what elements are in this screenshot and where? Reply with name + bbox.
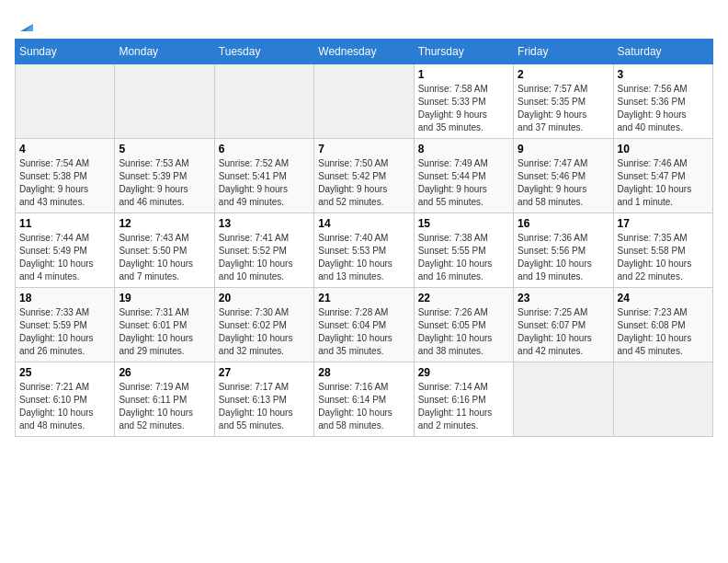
header-saturday: Saturday	[613, 40, 712, 64]
day-info: Sunrise: 7:16 AM Sunset: 6:14 PM Dayligh…	[318, 381, 409, 432]
calendar-week-row: 4Sunrise: 7:54 AM Sunset: 5:38 PM Daylig…	[16, 139, 713, 213]
calendar-cell: 13Sunrise: 7:41 AM Sunset: 5:52 PM Dayli…	[214, 213, 313, 288]
day-info: Sunrise: 7:14 AM Sunset: 6:16 PM Dayligh…	[418, 381, 509, 432]
calendar-cell: 11Sunrise: 7:44 AM Sunset: 5:49 PM Dayli…	[16, 213, 115, 288]
day-number: 21	[318, 292, 409, 304]
day-number: 11	[19, 217, 110, 230]
day-info: Sunrise: 7:31 AM Sunset: 6:01 PM Dayligh…	[119, 306, 210, 358]
day-number: 23	[518, 292, 609, 304]
day-info: Sunrise: 7:54 AM Sunset: 5:38 PM Dayligh…	[19, 157, 110, 209]
day-number: 24	[618, 292, 709, 304]
day-number: 3	[618, 68, 709, 81]
day-info: Sunrise: 7:58 AM Sunset: 5:33 PM Dayligh…	[418, 83, 509, 134]
calendar-cell: 5Sunrise: 7:53 AM Sunset: 5:39 PM Daylig…	[115, 139, 214, 213]
calendar-week-row: 11Sunrise: 7:44 AM Sunset: 5:49 PM Dayli…	[16, 213, 713, 288]
day-number: 7	[318, 143, 409, 155]
day-number: 22	[418, 292, 509, 304]
calendar-cell	[115, 64, 214, 139]
calendar-cell: 2Sunrise: 7:57 AM Sunset: 5:35 PM Daylig…	[514, 64, 613, 139]
day-info: Sunrise: 7:53 AM Sunset: 5:39 PM Dayligh…	[119, 157, 210, 209]
day-number: 28	[318, 366, 409, 379]
day-info: Sunrise: 7:21 AM Sunset: 6:10 PM Dayligh…	[19, 381, 110, 432]
page-header	[15, 15, 713, 31]
day-info: Sunrise: 7:28 AM Sunset: 6:04 PM Dayligh…	[318, 306, 409, 358]
day-info: Sunrise: 7:47 AM Sunset: 5:46 PM Dayligh…	[518, 157, 609, 209]
day-number: 10	[618, 143, 709, 155]
calendar-cell: 19Sunrise: 7:31 AM Sunset: 6:01 PM Dayli…	[115, 288, 214, 362]
day-info: Sunrise: 7:35 AM Sunset: 5:58 PM Dayligh…	[618, 232, 709, 283]
calendar-header-row: SundayMondayTuesdayWednesdayThursdayFrid…	[16, 40, 713, 64]
day-info: Sunrise: 7:25 AM Sunset: 6:07 PM Dayligh…	[518, 306, 609, 358]
calendar-cell: 14Sunrise: 7:40 AM Sunset: 5:53 PM Dayli…	[314, 213, 414, 288]
calendar-cell: 4Sunrise: 7:54 AM Sunset: 5:38 PM Daylig…	[16, 139, 115, 213]
day-info: Sunrise: 7:43 AM Sunset: 5:50 PM Dayligh…	[119, 232, 210, 283]
day-info: Sunrise: 7:46 AM Sunset: 5:47 PM Dayligh…	[618, 157, 709, 209]
calendar-cell: 7Sunrise: 7:50 AM Sunset: 5:42 PM Daylig…	[314, 139, 414, 213]
day-number: 16	[518, 217, 609, 230]
day-number: 2	[518, 68, 609, 81]
day-number: 27	[219, 366, 310, 379]
header-thursday: Thursday	[414, 40, 513, 64]
day-number: 1	[418, 68, 509, 81]
calendar-cell: 18Sunrise: 7:33 AM Sunset: 5:59 PM Dayli…	[16, 288, 115, 362]
calendar-cell: 27Sunrise: 7:17 AM Sunset: 6:13 PM Dayli…	[214, 362, 313, 437]
day-number: 29	[418, 366, 509, 379]
logo-icon	[17, 15, 37, 35]
day-info: Sunrise: 7:30 AM Sunset: 6:02 PM Dayligh…	[219, 306, 310, 358]
calendar-week-row: 1Sunrise: 7:58 AM Sunset: 5:33 PM Daylig…	[16, 64, 713, 139]
day-number: 13	[219, 217, 310, 230]
calendar-cell	[214, 64, 313, 139]
calendar-cell: 10Sunrise: 7:46 AM Sunset: 5:47 PM Dayli…	[613, 139, 712, 213]
calendar-cell: 6Sunrise: 7:52 AM Sunset: 5:41 PM Daylig…	[214, 139, 313, 213]
day-info: Sunrise: 7:17 AM Sunset: 6:13 PM Dayligh…	[219, 381, 310, 432]
header-tuesday: Tuesday	[214, 40, 313, 64]
calendar-cell: 12Sunrise: 7:43 AM Sunset: 5:50 PM Dayli…	[115, 213, 214, 288]
day-info: Sunrise: 7:26 AM Sunset: 6:05 PM Dayligh…	[418, 306, 509, 358]
calendar-cell: 29Sunrise: 7:14 AM Sunset: 6:16 PM Dayli…	[414, 362, 513, 437]
day-info: Sunrise: 7:56 AM Sunset: 5:36 PM Dayligh…	[618, 83, 709, 134]
day-info: Sunrise: 7:52 AM Sunset: 5:41 PM Dayligh…	[219, 157, 310, 209]
calendar-cell: 28Sunrise: 7:16 AM Sunset: 6:14 PM Dayli…	[314, 362, 414, 437]
header-monday: Monday	[115, 40, 214, 64]
calendar-cell: 25Sunrise: 7:21 AM Sunset: 6:10 PM Dayli…	[16, 362, 115, 437]
day-number: 18	[19, 292, 110, 304]
calendar-cell	[613, 362, 712, 437]
day-info: Sunrise: 7:36 AM Sunset: 5:56 PM Dayligh…	[518, 232, 609, 283]
calendar-table: SundayMondayTuesdayWednesdayThursdayFrid…	[15, 39, 713, 437]
day-number: 8	[418, 143, 509, 155]
calendar-cell	[314, 64, 414, 139]
day-info: Sunrise: 7:38 AM Sunset: 5:55 PM Dayligh…	[418, 232, 509, 283]
header-sunday: Sunday	[16, 40, 115, 64]
calendar-cell: 15Sunrise: 7:38 AM Sunset: 5:55 PM Dayli…	[414, 213, 513, 288]
header-friday: Friday	[514, 40, 613, 64]
calendar-cell: 20Sunrise: 7:30 AM Sunset: 6:02 PM Dayli…	[214, 288, 313, 362]
day-number: 15	[418, 217, 509, 230]
day-info: Sunrise: 7:44 AM Sunset: 5:49 PM Dayligh…	[19, 232, 110, 283]
day-number: 9	[518, 143, 609, 155]
calendar-cell: 9Sunrise: 7:47 AM Sunset: 5:46 PM Daylig…	[514, 139, 613, 213]
day-info: Sunrise: 7:40 AM Sunset: 5:53 PM Dayligh…	[318, 232, 409, 283]
day-number: 5	[119, 143, 210, 155]
calendar-week-row: 25Sunrise: 7:21 AM Sunset: 6:10 PM Dayli…	[16, 362, 713, 437]
logo	[15, 15, 37, 31]
calendar-cell: 24Sunrise: 7:23 AM Sunset: 6:08 PM Dayli…	[613, 288, 712, 362]
day-number: 26	[119, 366, 210, 379]
day-info: Sunrise: 7:33 AM Sunset: 5:59 PM Dayligh…	[19, 306, 110, 358]
day-number: 4	[19, 143, 110, 155]
day-number: 17	[618, 217, 709, 230]
day-info: Sunrise: 7:49 AM Sunset: 5:44 PM Dayligh…	[418, 157, 509, 209]
calendar-cell: 3Sunrise: 7:56 AM Sunset: 5:36 PM Daylig…	[613, 64, 712, 139]
day-info: Sunrise: 7:23 AM Sunset: 6:08 PM Dayligh…	[618, 306, 709, 358]
calendar-cell: 1Sunrise: 7:58 AM Sunset: 5:33 PM Daylig…	[414, 64, 513, 139]
day-number: 25	[19, 366, 110, 379]
calendar-cell: 26Sunrise: 7:19 AM Sunset: 6:11 PM Dayli…	[115, 362, 214, 437]
day-number: 12	[119, 217, 210, 230]
day-number: 20	[219, 292, 310, 304]
calendar-cell: 8Sunrise: 7:49 AM Sunset: 5:44 PM Daylig…	[414, 139, 513, 213]
day-number: 14	[318, 217, 409, 230]
day-info: Sunrise: 7:19 AM Sunset: 6:11 PM Dayligh…	[119, 381, 210, 432]
calendar-cell: 16Sunrise: 7:36 AM Sunset: 5:56 PM Dayli…	[514, 213, 613, 288]
calendar-week-row: 18Sunrise: 7:33 AM Sunset: 5:59 PM Dayli…	[16, 288, 713, 362]
calendar-cell: 17Sunrise: 7:35 AM Sunset: 5:58 PM Dayli…	[613, 213, 712, 288]
day-info: Sunrise: 7:57 AM Sunset: 5:35 PM Dayligh…	[518, 83, 609, 134]
